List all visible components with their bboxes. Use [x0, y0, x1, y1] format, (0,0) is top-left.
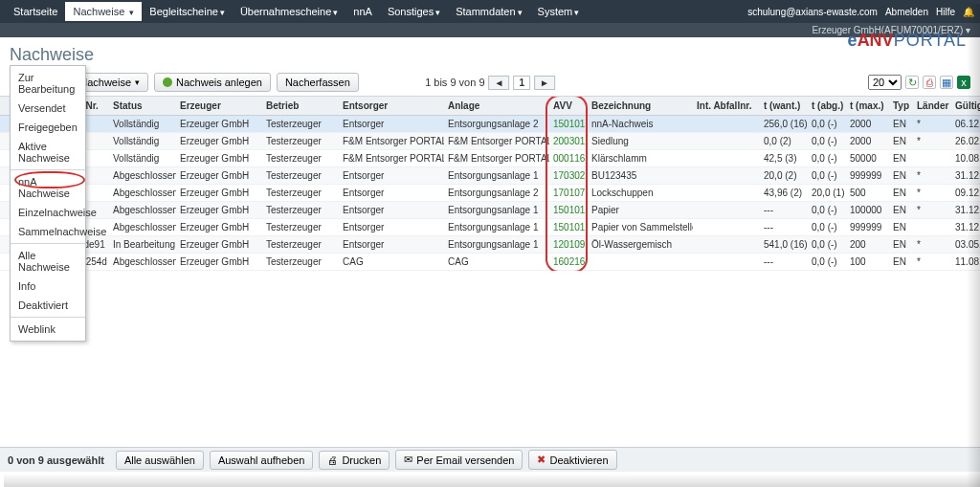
col-bezeichnung[interactable]: Bezeichnung: [588, 97, 693, 116]
toolbar: Ansicht: nnA Nachweise ▾ Nachweis anlege…: [0, 69, 980, 97]
cell-ta: 0,0 (-): [808, 133, 846, 150]
table-row[interactable]: 2223VollständigErzeuger GmbHTesterzeuger…: [0, 116, 980, 133]
cell-status: Abgeschlossen: [109, 254, 176, 271]
dropdown-item[interactable]: Info: [11, 277, 85, 296]
cell-status: Abgeschlossen: [109, 219, 176, 236]
dropdown-item[interactable]: Deaktiviert: [11, 296, 85, 315]
table-row[interactable]: 99999df6ade91In BearbeitungErzeuger GmbH…: [0, 236, 980, 254]
cell-anl: F&M Entsorger PORTAL: [444, 133, 549, 150]
pager-next[interactable]: ►: [534, 76, 555, 90]
deactivate-button[interactable]: ✖ Deaktivieren: [528, 450, 616, 470]
cell-gult: 06.12.2019: [951, 116, 980, 133]
logout-link[interactable]: Abmelden: [885, 7, 928, 17]
help-link[interactable]: Hilfe: [936, 7, 955, 17]
cell-betr: Testerzeuger: [262, 116, 339, 133]
table-row[interactable]: K001AbgeschlossenErzeuger GmbHTesterzeug…: [0, 219, 980, 236]
table-row[interactable]: 2365VollständigErzeuger GmbHTesterzeuger…: [0, 150, 980, 167]
nav-sonstiges[interactable]: Sonstiges▾: [380, 2, 448, 21]
nacherfassen-button[interactable]: Nacherfassen: [277, 73, 359, 92]
table-row[interactable]: 0001AbgeschlossenErzeuger GmbHTesterzeug…: [0, 167, 980, 185]
pager-page-1[interactable]: 1: [513, 76, 530, 90]
pdf-export-icon[interactable]: ⎙: [923, 76, 936, 89]
col-twant[interactable]: t (want.): [760, 97, 808, 116]
cell-typ: EN: [889, 185, 913, 202]
selection-status: 0 von 9 ausgewählt: [8, 454, 104, 466]
create-button[interactable]: Nachweis anlegen: [154, 73, 271, 92]
bell-icon[interactable]: 🔔: [963, 7, 974, 17]
col-status[interactable]: Status: [109, 97, 176, 116]
nav-uebernahmescheine[interactable]: Übernahmescheine▾: [233, 2, 345, 21]
columns-icon[interactable]: ▦: [940, 76, 953, 89]
dropdown-item[interactable]: Sammelnachweise: [11, 222, 85, 241]
col-tmax[interactable]: t (max.): [846, 97, 889, 116]
cell-ents: F&M Entsorger PORTAL: [339, 133, 444, 150]
table-row[interactable]: K0001AbgeschlossenErzeuger GmbHTesterzeu…: [0, 185, 980, 202]
col-anlage[interactable]: Anlage: [444, 97, 549, 116]
dropdown-item[interactable]: Versendet: [11, 99, 85, 118]
cell-ta: 20,0 (1): [808, 185, 846, 202]
cell-betr: Testerzeuger: [262, 150, 339, 167]
cell-ents: F&M Entsorger PORTAL: [339, 150, 444, 167]
table-row[interactable]: 0003AbgeschlossenErzeuger GmbHTesterzeug…: [0, 202, 980, 219]
print-button[interactable]: 🖨 Drucken: [319, 451, 390, 470]
cell-tw: ---: [760, 254, 808, 271]
nav-nna[interactable]: nnA: [345, 2, 380, 21]
col-betrieb[interactable]: Betrieb: [262, 97, 339, 116]
table-row[interactable]: 3147VollständigErzeuger GmbHTesterzeuger…: [0, 133, 980, 150]
mail-icon: ✉: [404, 454, 412, 466]
table-row[interactable]: 1014032c254dAbgeschlossenErzeuger GmbHTe…: [0, 254, 980, 271]
nav-begleitscheine[interactable]: Begleitscheine▾: [142, 2, 233, 21]
cell-gult: 10.08.2021: [951, 150, 980, 167]
cell-tm: 2000: [846, 116, 889, 133]
cell-tm: 50000: [846, 150, 889, 167]
dropdown-item[interactable]: Zur Bearbeitung: [11, 68, 85, 99]
pager-prev[interactable]: ◄: [489, 76, 510, 90]
cell-erz: Erzeuger GmbH: [176, 116, 262, 133]
cell-avv: 170302: [549, 167, 588, 185]
excel-export-icon[interactable]: x: [957, 76, 970, 89]
caret-icon: ▾: [129, 8, 134, 17]
col-laender[interactable]: Länder: [913, 97, 951, 116]
col-typ[interactable]: Typ: [889, 97, 913, 116]
pager: 1 bis 9 von 9 ◄ 1 ►: [425, 76, 555, 90]
bottom-toolbar: 0 von 9 ausgewählt Alle auswählen Auswah…: [0, 447, 980, 472]
cell-erz: Erzeuger GmbH: [176, 185, 262, 202]
brand-logo: eANVPORTAL: [848, 31, 967, 51]
cell-tm: 2000: [846, 133, 889, 150]
dropdown-item[interactable]: Freigegeben: [11, 118, 85, 137]
context-subline[interactable]: Erzeuger GmbH(AFUM70001/ERZ) ▾: [0, 23, 980, 37]
deselect-button[interactable]: Auswahl aufheben: [210, 451, 314, 470]
cell-bez: Papier: [588, 202, 693, 219]
nav-label: Übernahmescheine: [240, 6, 331, 17]
dropdown-item[interactable]: Alle Nachweise: [11, 246, 85, 277]
col-tabg[interactable]: t (abg.): [808, 97, 846, 116]
dropdown-item-nna[interactable]: nnA Nachweise: [11, 172, 85, 203]
cell-tm: 200: [846, 236, 889, 254]
col-abfallnr[interactable]: Int. Abfallnr.: [693, 97, 760, 116]
cell-status: Vollständig: [109, 133, 176, 150]
col-gueltig[interactable]: Gültig bis: [951, 97, 980, 116]
refresh-icon[interactable]: ↻: [905, 76, 919, 89]
email-button[interactable]: ✉ Per Email versenden: [395, 450, 523, 470]
col-erzeuger[interactable]: Erzeuger: [176, 97, 262, 116]
page-size-select[interactable]: 20: [868, 75, 902, 90]
cell-bez: Öl-Wassergemisch: [588, 236, 693, 254]
cell-anl: Entsorgungsanlage 2: [444, 116, 549, 133]
cell-gult: 26.02.2017: [951, 133, 980, 150]
nav-stammdaten[interactable]: Stammdaten▾: [448, 2, 529, 21]
select-all-button[interactable]: Alle auswählen: [116, 451, 204, 470]
dropdown-item[interactable]: Einzelnachweise: [11, 203, 85, 222]
nav-system[interactable]: System▾: [530, 2, 588, 21]
cell-avv: 150101: [549, 219, 588, 236]
chevron-down-icon: ▾: [135, 77, 140, 87]
nav-label: System: [538, 6, 573, 17]
dropdown-item[interactable]: Aktive Nachweise: [11, 137, 85, 167]
col-avv[interactable]: AVV: [549, 97, 588, 116]
brand-anv: ANV: [858, 31, 894, 50]
nav-nachweise[interactable]: Nachweise ▾: [65, 2, 142, 21]
nav-startseite[interactable]: Startseite: [6, 2, 65, 21]
cell-gult: 31.12.2020: [951, 202, 980, 219]
col-entsorger[interactable]: Entsorger: [339, 97, 444, 116]
cell-gult: 03.05.2018: [951, 236, 980, 254]
dropdown-item[interactable]: Weblink: [11, 320, 85, 339]
